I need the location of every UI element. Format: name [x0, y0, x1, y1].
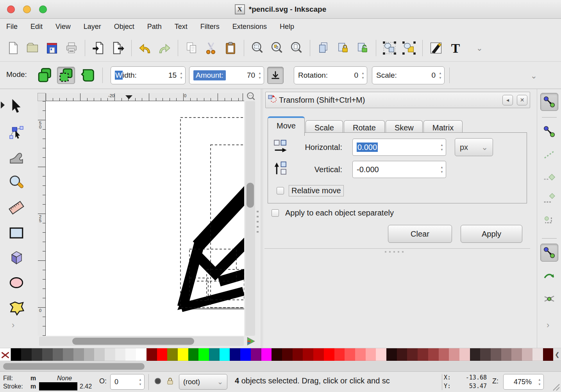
swatch-ffaaaa[interactable]: [366, 348, 376, 361]
create-clone-button[interactable]: [333, 39, 353, 57]
canvas-vertical-scrollbar[interactable]: [245, 101, 255, 336]
menu-file[interactable]: File: [6, 23, 18, 31]
menu-extensions[interactable]: Extensions: [232, 23, 267, 31]
swatch-ffffff[interactable]: [136, 348, 147, 361]
swatch-ff00ff[interactable]: [261, 348, 272, 361]
swatch-00ff00[interactable]: [198, 348, 209, 361]
swatch-ff0000[interactable]: [324, 348, 334, 361]
relative-move-label[interactable]: Relative move: [289, 185, 344, 196]
spray-copy-mode-button[interactable]: [36, 67, 54, 84]
swatch-5e2020[interactable]: [407, 348, 418, 361]
snap-bbox-midpoints-button[interactable]: [540, 189, 558, 207]
swatch-ff2a2a[interactable]: [334, 348, 345, 361]
swatch-00ffff[interactable]: [220, 348, 230, 361]
swatch-ff8080[interactable]: [355, 348, 366, 361]
zoom-tool-button[interactable]: [6, 173, 27, 193]
canvas[interactable]: [46, 101, 244, 336]
duplicate-button[interactable]: [314, 39, 333, 57]
menu-help[interactable]: Help: [280, 23, 294, 31]
zoom-page-button[interactable]: [287, 39, 306, 57]
dialog-resize-handle[interactable]: [385, 251, 404, 253]
save-document-button[interactable]: [42, 39, 62, 57]
hscroll-thumb[interactable]: [72, 338, 194, 345]
snap-paths-button[interactable]: [540, 268, 558, 286]
toolbox-more-chevron-icon[interactable]: ›: [12, 320, 14, 330]
layer-visibility-icon[interactable]: [153, 376, 163, 388]
star-tool-button[interactable]: [6, 298, 27, 318]
clear-button[interactable]: Clear: [388, 225, 452, 243]
swatch-500000[interactable]: [282, 348, 293, 361]
pressure-sensitivity-button[interactable]: [267, 67, 284, 84]
open-document-button[interactable]: [23, 39, 42, 57]
paste-button[interactable]: [221, 39, 240, 57]
undock-dialog-button[interactable]: ◂: [502, 95, 513, 105]
swatch-000080[interactable]: [230, 348, 240, 361]
swatch-bb6363[interactable]: [439, 348, 449, 361]
apply-button[interactable]: Apply: [461, 225, 522, 243]
swatch-cfb4b4[interactable]: [522, 348, 532, 361]
tab-move[interactable]: Move: [268, 116, 305, 136]
relative-move-checkbox[interactable]: [277, 187, 284, 194]
snap-bbox-corners-button[interactable]: [540, 167, 558, 185]
ungroup-button[interactable]: [399, 39, 419, 57]
text-dialog-button[interactable]: T: [446, 39, 465, 57]
swatch-9c3f3f[interactable]: [428, 348, 439, 361]
zoom-spinbox[interactable]: 475%: [503, 374, 544, 390]
horizontal-input[interactable]: 0.000: [352, 139, 446, 156]
menu-path[interactable]: Path: [147, 23, 162, 31]
swatch-2e2323[interactable]: [470, 348, 481, 361]
swatch-e9dede[interactable]: [532, 348, 543, 361]
selector-tool-button[interactable]: [6, 96, 27, 116]
snap-bounding-box-button[interactable]: [540, 123, 558, 141]
color-managed-view-icon[interactable]: [246, 336, 256, 346]
swatch-200a0a[interactable]: [386, 348, 397, 361]
unit-dropdown[interactable]: px⌄: [455, 138, 493, 156]
options-overflow-chevron-icon[interactable]: ⌄: [531, 71, 537, 80]
apply-each-checkbox[interactable]: [272, 209, 279, 217]
new-document-button[interactable]: [3, 39, 23, 57]
spray-clone-mode-button[interactable]: [57, 67, 75, 84]
snap-bbox-edges-button[interactable]: [540, 145, 558, 163]
swatch-780000[interactable]: [293, 348, 303, 361]
close-dialog-button[interactable]: ✕: [517, 95, 527, 105]
swatch-8e7474[interactable]: [501, 348, 512, 361]
palette-scroll-thumb[interactable]: [3, 363, 145, 370]
copy-button[interactable]: [182, 39, 201, 57]
swatch-7d2b2b[interactable]: [418, 348, 428, 361]
redo-button[interactable]: [155, 39, 174, 57]
opacity-spinbox[interactable]: 0: [110, 374, 145, 390]
pane-resize-handle[interactable]: [257, 211, 259, 233]
swatch-ffff00[interactable]: [178, 348, 188, 361]
menu-text[interactable]: Text: [175, 23, 188, 31]
swatch-333333[interactable]: [32, 348, 42, 361]
cut-button[interactable]: [201, 39, 221, 57]
swatch-1c1c1c[interactable]: [21, 348, 32, 361]
toolbar-overflow-chevron-icon[interactable]: ⌄: [476, 43, 483, 53]
node-editor-tool-button[interactable]: [6, 122, 27, 142]
import-button[interactable]: [89, 39, 108, 57]
window-resize-grip[interactable]: [552, 383, 560, 391]
vertical-ruler[interactable]: 50 25 0: [38, 101, 46, 336]
unlink-clone-button[interactable]: [353, 39, 372, 57]
swatch-a00000[interactable]: [303, 348, 313, 361]
swatch-008080[interactable]: [209, 348, 220, 361]
snapbar-more-chevron-icon[interactable]: ›: [547, 320, 549, 330]
rectangle-tool-button[interactable]: [6, 223, 27, 243]
swatch-808000[interactable]: [167, 348, 178, 361]
swatch-c80000[interactable]: [313, 348, 324, 361]
swatch-ae9090[interactable]: [511, 348, 522, 361]
menu-view[interactable]: View: [55, 23, 71, 31]
box-3d-tool-button[interactable]: [6, 248, 27, 268]
swatch-800000[interactable]: [147, 348, 157, 361]
snap-path-intersections-button[interactable]: [540, 290, 558, 308]
rotation-spinbox[interactable]: Rotation: 0: [294, 66, 367, 84]
palette-scrollbar[interactable]: [0, 362, 561, 371]
swatch-b3b3b3[interactable]: [84, 348, 95, 361]
swatch-666666[interactable]: [53, 348, 63, 361]
swatch-4e3e3e[interactable]: [480, 348, 491, 361]
spray-path-mode-button[interactable]: [79, 67, 97, 84]
vscroll-thumb[interactable]: [247, 183, 254, 208]
menu-edit[interactable]: Edit: [30, 23, 43, 31]
palette-scroll-left-icon[interactable]: ❮: [553, 348, 561, 361]
swatch-4a0000[interactable]: [543, 348, 554, 361]
